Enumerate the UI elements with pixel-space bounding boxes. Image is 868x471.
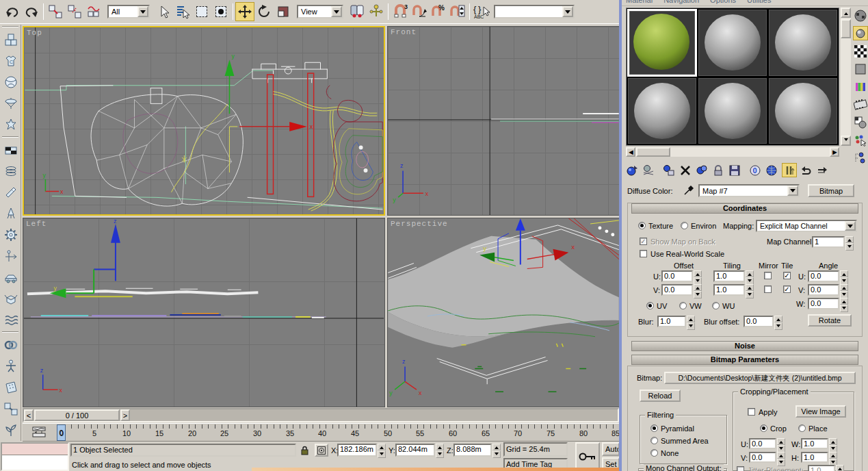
rectangular-selection-button[interactable] xyxy=(192,2,211,21)
tab-open-box-button[interactable] xyxy=(0,288,21,309)
bitmap-parameters-rollout-header[interactable]: Bitmap Parameters xyxy=(631,355,858,365)
u-tiling-field[interactable]: 1.0 xyxy=(713,270,745,282)
tab-car-button[interactable] xyxy=(0,266,21,288)
time-slider-next-button[interactable]: > xyxy=(120,409,130,421)
named-selection-dropdown[interactable] xyxy=(494,5,575,18)
time-slider-track[interactable]: < 0 / 100 > xyxy=(23,408,619,422)
y-coord-spinner[interactable] xyxy=(436,444,444,457)
go-forward-sibling-button[interactable] xyxy=(815,163,830,177)
u-mirror-checkbox[interactable] xyxy=(764,272,772,279)
uv-radio[interactable] xyxy=(646,302,654,309)
bind-to-space-warp-button[interactable] xyxy=(84,2,103,21)
percent-snap-button[interactable]: % xyxy=(429,2,448,21)
set-key-button[interactable] xyxy=(575,442,600,470)
viewport-top[interactable]: Top y x xyxy=(23,26,385,216)
v-tiling-field[interactable]: 1.0 xyxy=(713,284,745,296)
blur-offset-spinner[interactable] xyxy=(774,316,782,327)
select-and-scale-button[interactable] xyxy=(274,2,293,21)
wu-radio[interactable] xyxy=(712,302,720,309)
coordinates-rollout-header[interactable]: Coordinates xyxy=(631,203,858,214)
mapping-dropdown[interactable]: Explicit Map Channel xyxy=(756,220,857,232)
snap-toggle-button[interactable]: 3 xyxy=(391,2,410,21)
make-material-copy-button[interactable] xyxy=(694,163,709,177)
use-real-world-checkbox[interactable] xyxy=(640,250,647,257)
use-pivot-center-button[interactable] xyxy=(347,2,367,21)
rotate-button[interactable]: Rotate xyxy=(808,314,852,327)
redo-button[interactable] xyxy=(22,2,41,21)
reference-coordinate-dropdown[interactable]: View xyxy=(297,5,343,18)
x-coord-spinner[interactable] xyxy=(378,444,386,457)
tab-plant-button[interactable] xyxy=(0,419,21,440)
noise-rollout-header[interactable]: Noise xyxy=(631,341,858,351)
viewport-perspective[interactable]: Perspective x y xyxy=(387,218,620,407)
w-angle-spinner[interactable] xyxy=(840,298,848,309)
environ-radio[interactable] xyxy=(681,222,688,229)
tab-knot-button[interactable] xyxy=(0,334,21,355)
jitter-checkbox[interactable] xyxy=(737,466,744,471)
put-material-to-scene-button[interactable] xyxy=(641,163,656,177)
tab-checker-cube-button[interactable] xyxy=(0,139,21,160)
absolute-mode-button[interactable] xyxy=(315,444,328,457)
unlink-selection-button[interactable] xyxy=(65,2,84,21)
tab-wall-panel-button[interactable] xyxy=(0,377,21,398)
dropdown-arrow-icon[interactable] xyxy=(845,221,856,231)
crop-w-field[interactable]: 1.0 xyxy=(801,438,828,449)
crop-v-spinner[interactable] xyxy=(777,452,785,463)
menu-options[interactable]: Options xyxy=(710,0,736,4)
tab-linked-cubes-button[interactable] xyxy=(0,398,21,419)
pyramidal-radio[interactable] xyxy=(650,424,658,432)
material-id-channel-button[interactable]: 0 xyxy=(748,163,763,177)
scroll-up-button[interactable] xyxy=(841,8,851,18)
dropdown-arrow-icon[interactable] xyxy=(787,186,798,196)
slot-horizontal-scrollbar[interactable]: ◄ ► xyxy=(626,147,839,157)
tab-spring-button[interactable] xyxy=(0,160,21,181)
v-mirror-checkbox[interactable] xyxy=(764,285,772,293)
z-coord-spinner[interactable] xyxy=(492,444,501,457)
menu-navigation[interactable]: Navigation xyxy=(663,0,699,4)
crop-u-spinner[interactable] xyxy=(777,438,785,449)
select-and-manipulate-button[interactable] xyxy=(367,2,386,21)
blur-field[interactable]: 1.0 xyxy=(657,316,686,327)
select-by-name-button[interactable] xyxy=(173,2,192,21)
show-end-result-button[interactable] xyxy=(782,163,797,177)
crop-v-field[interactable]: 0.0 xyxy=(749,452,776,463)
u-tiling-spinner[interactable] xyxy=(746,270,754,282)
maxscript-mini-listener[interactable] xyxy=(1,442,69,471)
spinner-snap-button[interactable] xyxy=(448,2,467,21)
crop-w-spinner[interactable] xyxy=(829,438,837,449)
z-coord-field[interactable]: 8.088m xyxy=(453,444,492,457)
slot-vertical-scrollbar[interactable] xyxy=(841,8,851,146)
v-angle-spinner[interactable] xyxy=(840,284,848,296)
scroll-thumb[interactable] xyxy=(636,147,670,157)
put-to-library-button[interactable] xyxy=(727,163,742,177)
selection-lock-button[interactable] xyxy=(299,444,311,457)
scroll-left-button[interactable]: ◄ xyxy=(626,147,635,157)
dropdown-arrow-icon[interactable] xyxy=(562,6,573,17)
summed-area-radio[interactable] xyxy=(650,437,658,444)
make-unique-button[interactable] xyxy=(711,163,726,177)
map-type-button[interactable]: Bitmap xyxy=(808,184,854,197)
select-object-button[interactable] xyxy=(154,2,173,21)
time-slider-handle[interactable]: 0 / 100 xyxy=(34,409,120,421)
auto-key-button[interactable]: Auto xyxy=(602,442,620,456)
selection-filter-dropdown[interactable]: All xyxy=(107,5,150,18)
tab-cubes-button[interactable] xyxy=(0,29,21,50)
track-bar[interactable]: 0 0 5 10 15 20 25 30 35 40 45 50 55 60 6… xyxy=(23,423,619,442)
map-name-dropdown[interactable]: Map #7 xyxy=(698,184,800,197)
show-map-in-viewport-button[interactable] xyxy=(764,163,779,177)
options-button[interactable] xyxy=(853,115,868,129)
tab-star-button[interactable] xyxy=(0,114,21,135)
material-slot-5[interactable] xyxy=(698,77,767,145)
material-map-navigator-button[interactable] xyxy=(853,151,868,165)
tab-shirt-button[interactable]: C xyxy=(0,50,21,71)
map-channel-spinner[interactable] xyxy=(845,236,854,248)
material-slot-1-selected[interactable] xyxy=(627,9,697,77)
reload-button[interactable]: Reload xyxy=(640,390,681,402)
reset-map-button[interactable] xyxy=(678,163,693,177)
v-tile-checkbox[interactable] xyxy=(783,285,791,293)
v-angle-field[interactable]: 0.0 xyxy=(808,284,839,296)
scroll-right-button[interactable]: ► xyxy=(830,147,839,157)
select-and-link-button[interactable] xyxy=(46,2,65,21)
dropdown-arrow-icon[interactable] xyxy=(137,6,148,17)
tab-gear-button[interactable] xyxy=(0,224,21,245)
